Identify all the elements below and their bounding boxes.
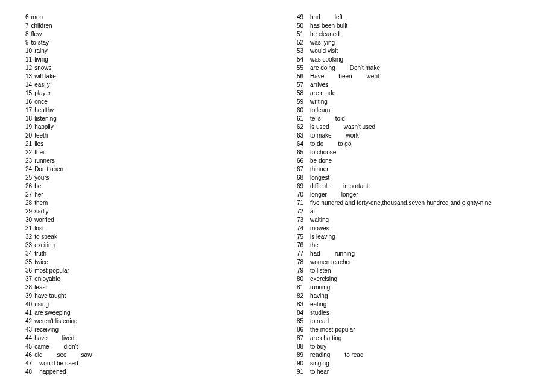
item-number: 19 bbox=[25, 123, 32, 131]
item-number: 82 bbox=[297, 292, 310, 300]
answer-text: yours bbox=[34, 174, 49, 182]
list-item: 59writing bbox=[297, 98, 550, 106]
columns-wrap: 6men7children8flew9to stay10rainy11livin… bbox=[25, 13, 555, 376]
list-item: 44havelived bbox=[25, 334, 297, 343]
answer-text: to buy bbox=[310, 343, 326, 351]
item-number: 59 bbox=[297, 98, 310, 106]
list-item: 87are chatting bbox=[297, 334, 550, 343]
answer-text: mowes bbox=[310, 224, 329, 233]
list-item: 29sadly bbox=[25, 207, 297, 216]
item-number: 43 bbox=[25, 326, 32, 334]
answer-text: saw bbox=[81, 351, 92, 359]
left-column: 6men7children8flew9to stay10rainy11livin… bbox=[25, 13, 297, 376]
list-item: 52was lying bbox=[297, 39, 550, 47]
item-number: 55 bbox=[297, 64, 310, 72]
item-number: 29 bbox=[25, 207, 32, 216]
list-item: 23runners bbox=[25, 157, 297, 165]
list-item: 63to makework bbox=[297, 131, 550, 140]
list-item: 12snows bbox=[25, 64, 297, 72]
answer-text: teeth bbox=[34, 131, 48, 140]
item-number: 33 bbox=[25, 241, 32, 250]
answer-text: to listen bbox=[310, 267, 331, 275]
answer-text: be bbox=[34, 182, 41, 191]
list-item: 86the most popular bbox=[297, 326, 550, 334]
item-number: 11 bbox=[25, 55, 32, 64]
answer-text: has been built bbox=[310, 22, 347, 30]
answer-text: thinner bbox=[310, 165, 329, 174]
answer-text: healthy bbox=[34, 106, 54, 115]
item-number: 77 bbox=[297, 250, 310, 258]
answer-text: would be used bbox=[39, 359, 78, 368]
list-item: 79to listen bbox=[297, 267, 550, 275]
answer-text: are doing bbox=[310, 64, 335, 72]
answer-text: difficult bbox=[310, 182, 329, 191]
item-number: 57 bbox=[297, 81, 310, 89]
item-number: 9 bbox=[25, 39, 29, 47]
item-number: 69 bbox=[297, 182, 310, 191]
list-item: 14easily bbox=[25, 81, 297, 89]
list-item: 39have taught bbox=[25, 292, 297, 300]
answer-text: been bbox=[338, 72, 352, 81]
answer-text: see bbox=[57, 351, 66, 359]
answer-text: longer bbox=[310, 191, 327, 199]
item-number: 35 bbox=[25, 258, 32, 267]
item-number: 13 bbox=[25, 72, 32, 81]
item-number: 38 bbox=[25, 283, 32, 292]
list-item: 46didseesaw bbox=[25, 351, 297, 359]
answer-text: flew bbox=[31, 30, 42, 39]
list-item: 53would visit bbox=[297, 47, 550, 55]
answer-text: was cooking bbox=[310, 55, 343, 64]
answer-text: have taught bbox=[34, 292, 66, 300]
item-number: 28 bbox=[25, 199, 32, 207]
item-number: 7 bbox=[25, 22, 29, 30]
list-item: 76the bbox=[297, 241, 550, 250]
item-number: 81 bbox=[297, 283, 310, 292]
answer-text: tells bbox=[310, 115, 321, 123]
list-item: 36most popular bbox=[25, 267, 297, 275]
list-item: 20teeth bbox=[25, 131, 297, 140]
item-number: 65 bbox=[297, 148, 310, 157]
answer-text: waiting bbox=[310, 216, 329, 224]
answer-text: singing bbox=[310, 359, 329, 368]
item-number: 12 bbox=[25, 64, 32, 72]
answer-text: went bbox=[367, 72, 379, 81]
list-item: 74mowes bbox=[297, 224, 550, 233]
answer-text: lies bbox=[34, 140, 43, 148]
item-number: 71 bbox=[297, 199, 310, 207]
list-item: 31lost bbox=[25, 224, 297, 233]
list-item: 35twice bbox=[25, 258, 297, 267]
item-number: 62 bbox=[297, 123, 310, 131]
list-item: 51be cleaned bbox=[297, 30, 550, 39]
answer-text: Don't open bbox=[34, 165, 63, 174]
list-item: 50has been built bbox=[297, 22, 550, 30]
item-number: 44 bbox=[25, 334, 32, 343]
list-item: 18listening bbox=[25, 115, 297, 123]
answer-text: to read bbox=[310, 317, 329, 326]
answer-text: children bbox=[31, 22, 52, 30]
answer-text: longest bbox=[310, 174, 329, 182]
answer-text: least bbox=[34, 283, 47, 292]
answer-text: truth bbox=[34, 250, 46, 258]
list-item: 55are doingDon't make bbox=[297, 64, 550, 72]
answer-text: exercising bbox=[310, 275, 337, 283]
answer-text: women teacher bbox=[310, 258, 351, 267]
answer-text: worried bbox=[34, 216, 54, 224]
item-number: 85 bbox=[297, 317, 310, 326]
answer-text: was lying bbox=[310, 39, 335, 47]
list-item: 28them bbox=[25, 199, 297, 207]
item-number: 10 bbox=[25, 47, 32, 55]
item-number: 60 bbox=[297, 106, 310, 115]
item-number: 37 bbox=[25, 275, 32, 283]
list-item: 70longerlonger bbox=[297, 191, 550, 199]
answer-text: exciting bbox=[34, 241, 55, 250]
answer-text: running bbox=[335, 250, 355, 258]
answer-text: twice bbox=[34, 258, 48, 267]
list-item: 83eating bbox=[297, 300, 550, 309]
item-number: 22 bbox=[25, 148, 32, 157]
item-number: 17 bbox=[25, 106, 32, 115]
list-item: 80exercising bbox=[297, 275, 550, 283]
list-item: 30worried bbox=[25, 216, 297, 224]
answer-text: the most popular bbox=[310, 326, 355, 334]
answer-text: had bbox=[310, 250, 320, 258]
item-number: 86 bbox=[297, 326, 310, 334]
